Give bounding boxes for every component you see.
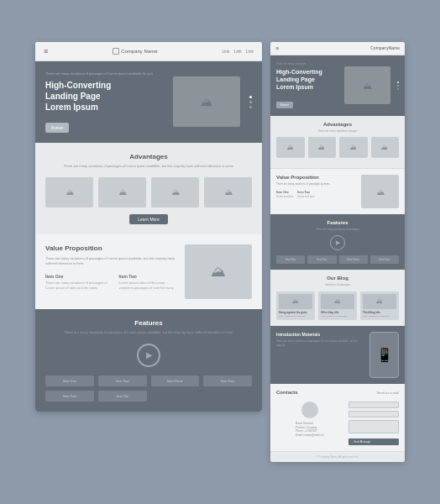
rw-card-1: ⛰ — [276, 137, 305, 158]
rw-hero-small: There are many variations — [276, 62, 339, 66]
rw-intro-text: Introduction Materials There are many va… — [276, 332, 365, 378]
dot-1[interactable] — [249, 96, 252, 98]
value-body: There are many variations of passages of… — [45, 256, 176, 267]
advantage-card-3: ⛰ — [151, 177, 199, 207]
hamburger-icon[interactable]: ≡ — [44, 47, 48, 55]
rw-intro-title: Introduction Materials — [276, 332, 365, 337]
rw-dot-3[interactable] — [397, 88, 399, 90]
rw-dot-2[interactable] — [397, 85, 399, 87]
learn-more-button[interactable]: Learn More — [129, 214, 168, 224]
left-wireframe: ≡ Company Name Link Link Link There are … — [35, 42, 262, 412]
nav-link-3[interactable]: Link — [246, 49, 254, 54]
feature-item-1: Item One — [45, 375, 94, 386]
rw-contact-info: Name SurnamePosition, CompanyPhone: +1 2… — [296, 422, 324, 437]
hero-small-text: There are many variations of passages of… — [45, 71, 166, 76]
advantages-title: Advantages — [45, 153, 252, 160]
rw-phone-mockup: 📱 — [369, 332, 399, 378]
rw-blog-img-icon-3: ⛰ — [376, 297, 383, 305]
dot-2[interactable] — [249, 101, 252, 103]
rw-contact-form[interactable]: Send Message — [348, 402, 399, 445]
rw-value-image: ⛰ — [361, 175, 399, 208]
card-image-icon: ⛰ — [224, 187, 233, 197]
rw-feature-1: Item One — [276, 255, 305, 264]
rw-hamburger-icon[interactable]: ≡ — [275, 45, 279, 51]
hero-text: There are many variations of passages of… — [45, 71, 166, 133]
advantage-card-4: ⛰ — [204, 177, 252, 207]
rw-hero-section: There are many variations High-Convertin… — [270, 55, 405, 116]
card-image-icon: ⛰ — [118, 187, 127, 197]
rw-dot-1[interactable] — [397, 81, 399, 83]
rw-blog-section: Our Blog Variations of passages ⛰ Going … — [270, 270, 405, 326]
play-button[interactable]: ▶ — [137, 344, 160, 367]
rw-submit-button[interactable]: Send Message — [348, 438, 399, 445]
value-image-icon: ⛰ — [211, 263, 226, 281]
rw-slide-dots[interactable] — [397, 81, 399, 90]
rw-blog-img-icon: ⛰ — [292, 297, 299, 305]
value-item-1: Item One There are many variations of pa… — [45, 274, 111, 291]
rw-hero-title: High-Converting Landing Page Lorem Ipsum — [276, 68, 339, 91]
value-items: Item One There are many variations of pa… — [45, 274, 176, 291]
rw-phone-icon: 📱 — [376, 347, 393, 363]
features-title: Features — [45, 319, 252, 327]
feature-6-label: Item Six — [102, 394, 144, 398]
rw-value-item-2: Item Two Some text here — [297, 191, 314, 198]
rw-advantages-section: Advantages There are many variations of … — [270, 116, 405, 168]
hero-title: High-Converting Landing Page Lorem Ipsum — [45, 80, 166, 113]
value-section: Value Proposition There are many variati… — [35, 234, 262, 309]
rw-hero-button[interactable]: Button — [276, 102, 293, 108]
advantage-card-2: ⛰ — [98, 177, 146, 207]
rw-card-1-icon: ⛰ — [287, 144, 294, 151]
hero-button[interactable]: Button — [45, 123, 69, 133]
rw-blog-img-1: ⛰ — [279, 294, 312, 309]
logo-icon — [113, 48, 119, 55]
rw-logo: CompanyName — [370, 45, 400, 50]
rw-blog-sub: Variations of passages — [276, 283, 399, 286]
rw-blog-card-1: ⛰ Going against the grain Many variation… — [276, 291, 315, 321]
nav-link-1[interactable]: Link — [222, 49, 229, 54]
rw-card-2: ⛰ — [308, 137, 337, 158]
rw-message-input[interactable] — [348, 420, 399, 433]
rw-value-title: Value Proposition — [276, 175, 356, 180]
rw-features-title: Features — [276, 220, 399, 225]
rw-value-section: Value Proposition There are many variati… — [270, 169, 405, 214]
rw-hero-image-icon: ⛰ — [363, 81, 372, 91]
rw-card-4: ⛰ — [371, 137, 400, 158]
image-icon: ⛰ — [201, 95, 212, 108]
rw-nav: ≡ CompanyName — [270, 42, 405, 55]
rw-play-button[interactable]: ▶ — [330, 235, 345, 250]
rw-features-grid: Item One Item Two Item Three Item Four — [276, 255, 399, 264]
value-item-1-title: Item One — [45, 274, 111, 279]
left-nav: ≡ Company Name Link Link Link — [35, 42, 262, 61]
feature-item-5: Item Five — [45, 391, 94, 402]
dot-3[interactable] — [249, 106, 252, 108]
value-text: Value Proposition There are many variati… — [45, 244, 176, 291]
rw-blog-img-3: ⛰ — [363, 294, 396, 309]
rw-feature-3: Item Three — [339, 255, 368, 264]
rw-play-icon: ▶ — [336, 239, 340, 246]
rw-card-3-icon: ⛰ — [350, 144, 357, 151]
advantage-card-1: ⛰ — [45, 177, 93, 207]
advantages-cards: ⛰ ⛰ ⛰ ⛰ — [45, 177, 252, 207]
rw-feature-4: Item Four — [370, 255, 399, 264]
rw-features-sub: There are many variations of passages — [276, 228, 399, 231]
rw-intro-body: There are many variations of passages of… — [276, 339, 365, 347]
feature-5-label: Item Five — [49, 394, 91, 398]
rw-blog-cards: ⛰ Going against the grain Many variation… — [276, 291, 399, 321]
rw-card-2-icon: ⛰ — [318, 144, 325, 151]
rw-name-input[interactable] — [348, 402, 399, 408]
nav-link-2[interactable]: Link — [234, 49, 242, 54]
value-item-2-text: Lorem ipsum sites of the many variations… — [119, 281, 176, 291]
rw-value-items: Item One Some text here Item Two Some te… — [276, 191, 356, 198]
feature-2-label: Item Two — [102, 379, 144, 383]
features-section: Features There are many variations of pa… — [35, 309, 262, 412]
logo: Company Name — [113, 48, 157, 55]
rw-blog-title: Our Blog — [276, 276, 399, 281]
rw-contacts-section: Contacts Send us a mail Name SurnamePosi… — [270, 384, 405, 451]
feature-3-label: Item Three — [155, 379, 196, 383]
rw-intro-section: Introduction Materials There are many va… — [270, 326, 405, 384]
rw-email-input[interactable] — [348, 411, 399, 417]
rw-advantages-title: Advantages — [276, 122, 399, 127]
slide-dots[interactable] — [249, 96, 252, 108]
rw-value-item-1: Item One Some text here — [276, 191, 293, 198]
company-name: Company Name — [121, 49, 157, 54]
